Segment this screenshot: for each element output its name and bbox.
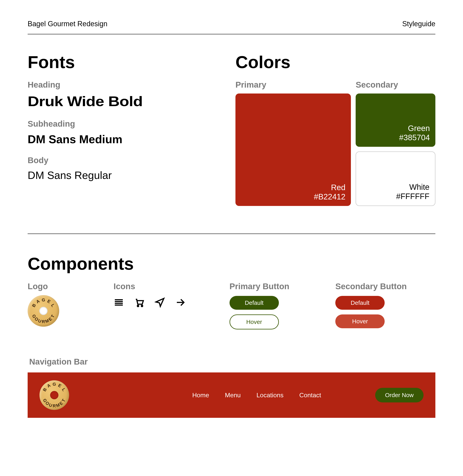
send-icon <box>154 297 165 309</box>
arrow-right-icon <box>175 297 186 309</box>
primary-button-default[interactable]: Default <box>230 296 279 310</box>
fonts-section: Fonts Heading Druk Wide Bold Subheading … <box>28 52 228 206</box>
secondary-button-column: Secondary Button Default Hover <box>335 282 435 329</box>
navbar-label: Navigation Bar <box>29 357 435 367</box>
swatch-green-name: Green <box>408 124 430 133</box>
fonts-title: Fonts <box>28 52 228 72</box>
section-divider <box>28 234 435 234</box>
primary-button-hover[interactable]: Hover <box>230 314 279 329</box>
subheading-font-sample: DM Sans Medium <box>28 132 228 146</box>
font-body-block: Body DM Sans Regular <box>28 156 228 181</box>
primary-button-column: Primary Button Default Hover <box>230 282 329 329</box>
page-name: Styleguide <box>402 20 435 28</box>
nav-link-locations[interactable]: Locations <box>257 392 284 399</box>
primary-label: Primary <box>235 80 351 89</box>
navbar-logo-text-ring: BAGELGOURMET <box>39 380 69 410</box>
nav-links: Home Menu Locations Contact <box>150 392 363 399</box>
nav-cta-button[interactable]: Order Now <box>375 388 424 402</box>
logo-label: Logo <box>28 282 107 291</box>
secondary-button-hover[interactable]: Hover <box>335 314 385 328</box>
nav-link-contact[interactable]: Contact <box>299 392 321 399</box>
cart-icon <box>134 297 145 309</box>
font-subheading-block: Subheading DM Sans Medium <box>28 119 228 146</box>
header-bar: Bagel Gourmet Redesign Styleguide <box>28 20 435 34</box>
swatch-green-hex: #385704 <box>399 133 430 142</box>
body-label: Body <box>28 156 228 165</box>
heading-font-sample: Druk Wide Bold <box>28 94 258 109</box>
swatch-red: Red #B22412 <box>235 94 351 206</box>
nav-link-home[interactable]: Home <box>192 392 209 399</box>
menu-icon <box>114 297 124 309</box>
svg-point-4 <box>137 305 139 307</box>
colors-section: Colors Primary Red #B22412 Secondary Gre… <box>235 52 435 206</box>
swatch-white: White #FFFFFF <box>356 151 435 206</box>
icons-column: Icons <box>114 282 223 329</box>
logo-column: Logo BAGELGOURMET <box>28 282 107 329</box>
font-heading-block: Heading Druk Wide Bold <box>28 80 228 109</box>
components-title: Components <box>28 254 435 274</box>
logo-text-ring: BAGELGOURMET <box>28 295 59 327</box>
logo: BAGELGOURMET <box>28 295 59 327</box>
navbar: BAGELGOURMET Home Menu Locations Contact… <box>28 372 435 418</box>
swatch-red-name: Red <box>331 183 345 192</box>
primary-button-label: Primary Button <box>230 282 329 291</box>
body-font-sample: DM Sans Regular <box>28 169 228 181</box>
navbar-logo[interactable]: BAGELGOURMET <box>39 380 69 410</box>
subheading-label: Subheading <box>28 119 228 129</box>
project-name: Bagel Gourmet Redesign <box>28 20 107 28</box>
heading-label: Heading <box>28 80 228 89</box>
nav-link-menu[interactable]: Menu <box>225 392 241 399</box>
swatch-green: Green #385704 <box>356 94 435 147</box>
secondary-button-label: Secondary Button <box>335 282 435 291</box>
navbar-section: Navigation Bar BAGELGOURMET Home Menu Lo… <box>28 357 435 418</box>
swatch-red-hex: #B22412 <box>314 192 345 201</box>
secondary-button-default[interactable]: Default <box>335 296 385 310</box>
swatch-white-name: White <box>409 183 429 192</box>
svg-point-5 <box>141 305 143 307</box>
swatch-white-hex: #FFFFFF <box>396 192 429 201</box>
colors-title: Colors <box>235 52 435 72</box>
secondary-label: Secondary <box>356 80 435 89</box>
secondary-color-column: Secondary Green #385704 White #FFFFFF <box>356 80 435 206</box>
icons-label: Icons <box>114 282 223 291</box>
